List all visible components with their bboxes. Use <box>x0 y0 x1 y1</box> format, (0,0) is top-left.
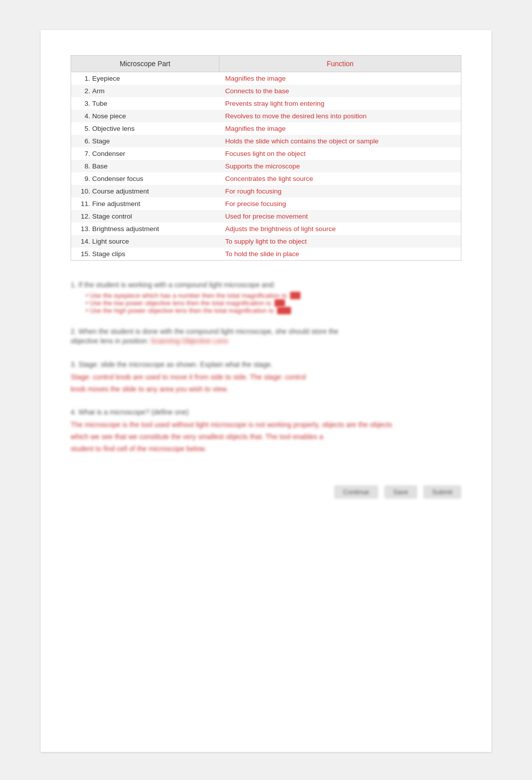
table-cell-function: Concentrates the light source <box>219 172 461 185</box>
save-button[interactable]: Save <box>384 485 417 499</box>
answer-1a: • Use the eyepiece which has a number th… <box>86 292 461 299</box>
table-cell-function: For rough focusing <box>219 185 461 198</box>
answer-3: Stage: control knob are used to move it … <box>71 371 461 396</box>
footer-buttons: Continue Save Submit <box>71 485 461 499</box>
question-2-block: 2. When the student is done with the com… <box>71 327 461 347</box>
question-1-label: 1. If the student is working with a comp… <box>71 281 461 289</box>
table-row: 12.Stage control <box>71 210 219 223</box>
table-cell-function: Holds the slide which contains the objec… <box>219 135 461 147</box>
table-row: 4.Nose piece <box>71 110 219 122</box>
table-cell-function: Revolves to move the desired lens into p… <box>219 110 461 122</box>
table-row: 10.Course adjustment <box>71 185 219 198</box>
table-row: 13.Brightness adjustment <box>71 223 219 235</box>
table-row: 5.Objective lens <box>71 122 219 135</box>
table-cell-function: To supply light to the object <box>219 235 461 248</box>
table-cell-function: Connects to the base <box>219 85 461 97</box>
table-cell-function: Adjusts the brightness of light source <box>219 223 461 235</box>
answer-4: The microscope is the tool used without … <box>71 419 461 455</box>
table-cell-function: Used for precise movement <box>219 210 461 223</box>
table-cell-function: To hold the slide in place <box>219 248 461 261</box>
page-container: Microscope Part Function 1.EyepieceMagni… <box>41 30 491 752</box>
table-cell-function: Magnifies the image <box>219 122 461 135</box>
table-cell-function: Magnifies the image <box>219 72 461 85</box>
microscope-table: Microscope Part Function 1.EyepieceMagni… <box>71 55 461 261</box>
table-header-part: Microscope Part <box>71 56 219 72</box>
table-row: 1.Eyepiece <box>71 72 219 85</box>
table-row: 3.Tube <box>71 97 219 110</box>
question-2-label: 2. When the student is done with the com… <box>71 327 461 347</box>
continue-button[interactable]: Continue <box>334 485 378 499</box>
question-1-block: 1. If the student is working with a comp… <box>71 281 461 314</box>
question-3-label: 3. Stage: slide the microscope as shown.… <box>71 360 461 368</box>
table-row: 8.Base <box>71 160 219 172</box>
table-row: 7.Condenser <box>71 147 219 160</box>
answer-1b: • Use the low power objective lens then … <box>86 299 461 307</box>
table-row: 6.Stage <box>71 135 219 147</box>
table-row: 11.Fine adjustment <box>71 198 219 210</box>
table-cell-function: Prevents stray light from entering <box>219 97 461 110</box>
answer-1c: • Use the high power objective lens then… <box>86 307 461 314</box>
table-cell-function: Supports the microscope <box>219 160 461 172</box>
question-4-label: 4. What is a microscope? (define one) <box>71 408 461 416</box>
question-3-block: 3. Stage: slide the microscope as shown.… <box>71 360 461 396</box>
table-row: 14.Light source <box>71 235 219 248</box>
table-cell-function: For precise focusing <box>219 198 461 210</box>
question-4-block: 4. What is a microscope? (define one) Th… <box>71 408 461 455</box>
table-row: 9.Condenser focus <box>71 172 219 185</box>
table-row: 15.Stage clips <box>71 248 219 261</box>
submit-button[interactable]: Submit <box>423 485 461 499</box>
table-row: 2.Arm <box>71 85 219 97</box>
table-header-function: Function <box>219 56 461 72</box>
table-cell-function: Focuses light on the object <box>219 147 461 160</box>
